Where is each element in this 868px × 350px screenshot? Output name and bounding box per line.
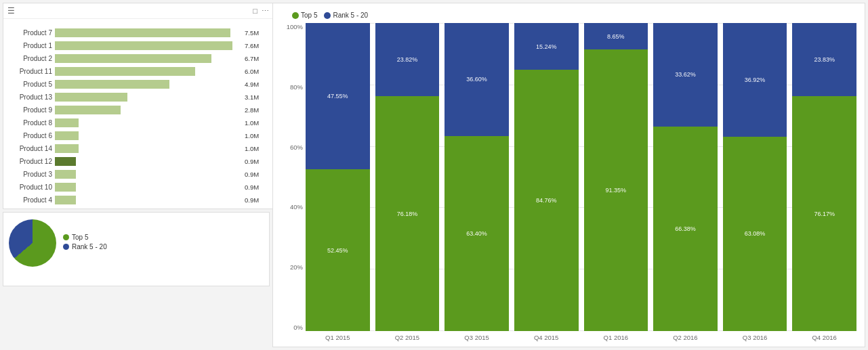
bar-group: 33.62% 66.38% (653, 23, 718, 331)
seg-blue: 36.60% (445, 23, 509, 136)
bar-track (55, 157, 242, 166)
bar-fill (55, 170, 76, 179)
seg-blue: 23.83% (792, 23, 856, 96)
drag-icon: ☰ (7, 6, 15, 16)
legend-dot (324, 12, 331, 19)
bar-track (55, 41, 242, 50)
bars-area: 47.55% 52.45% 23.82% 76.18% 36.60% 63.40… (306, 23, 856, 331)
seg-blue: 15.24% (514, 23, 579, 70)
y-axis-label: 20% (290, 263, 303, 271)
bar-fill (55, 157, 76, 166)
bar-row: Product 10 0.9M (9, 181, 268, 193)
bar-group: 8.65% 91.35% (584, 23, 648, 331)
bar-row: Product 9 2.8M (9, 104, 268, 116)
bar-label: Product 14 (9, 145, 55, 152)
bar-value: 0.9M (245, 196, 268, 204)
bar-group: 47.55% 52.45% (306, 23, 370, 331)
bar-track (55, 106, 242, 114)
x-label: Q4 2015 (514, 334, 579, 341)
bar-group: 36.92% 63.08% (723, 23, 787, 331)
pie-legend-label: Top 5 (72, 234, 88, 241)
bar-value: 3.1M (245, 93, 268, 101)
y-axis-label: 60% (290, 144, 303, 151)
stacked-bar: 8.65% 91.35% (584, 23, 648, 331)
seg-green: 63.08% (723, 137, 787, 331)
right-panel: Top 5Rank 5 - 20 100%80%60%40%20%0% 47.5… (272, 3, 865, 347)
bar-track (55, 144, 242, 153)
bar-fill (55, 41, 232, 50)
y-axis-label: 0% (293, 324, 303, 331)
x-label: Q1 2015 (306, 334, 370, 341)
pie-legend-item: Top 5 (63, 234, 107, 241)
bar-label: Product 2 (9, 55, 55, 62)
legend-dot (292, 12, 299, 19)
stacked-bar: 23.83% 76.17% (792, 23, 856, 331)
bar-value: 6.7M (245, 55, 268, 62)
bar-fill (55, 80, 169, 89)
bar-fill (55, 54, 211, 63)
bar-row: Product 14 1.0M (9, 143, 268, 154)
pie-legend-label: Rank 5 - 20 (72, 243, 107, 250)
x-label: Q3 2015 (445, 334, 509, 341)
bar-label: Product 7 (9, 29, 55, 37)
main-container: ☰ □ ⋯ Product 7 7.5M Product 1 7.6M Prod… (0, 0, 868, 350)
chart-area: 100%80%60%40%20%0% 47.55% 52.45% 23.82% … (281, 23, 856, 331)
seg-blue: 36.92% (723, 23, 787, 137)
bar-group: 36.60% 63.40% (445, 23, 509, 331)
pie-chart (9, 219, 56, 267)
bar-fill (55, 144, 79, 153)
legend-item: Top 5 (292, 12, 317, 19)
bar-value: 0.9M (245, 183, 268, 191)
bar-label: Product 11 (9, 68, 55, 75)
bar-row: Product 2 6.7M (9, 53, 268, 64)
bar-fill (55, 118, 79, 127)
x-label: Q3 2016 (723, 334, 787, 341)
bar-label: Product 6 (9, 132, 55, 139)
bar-fill (55, 93, 127, 102)
bar-value: 1.0M (245, 145, 268, 152)
seg-green: 63.40% (445, 136, 509, 331)
bar-fill (55, 28, 230, 37)
bar-track (55, 67, 242, 76)
bar-row: Product 12 0.9M (9, 156, 268, 167)
bar-label: Product 8 (9, 119, 55, 127)
y-axis: 100%80%60%40%20%0% (281, 23, 306, 331)
bar-fill (55, 196, 76, 204)
bar-row: Product 4 0.9M (9, 194, 268, 206)
bar-track (55, 80, 242, 89)
bar-label: Product 13 (9, 93, 55, 101)
bar-group: 15.24% 84.76% (514, 23, 579, 331)
x-label: Q1 2016 (584, 334, 648, 341)
bar-track (55, 131, 242, 140)
bar-value: 1.0M (245, 132, 268, 139)
stacked-bar: 36.60% 63.40% (445, 23, 509, 331)
bar-label: Product 4 (9, 196, 55, 204)
bar-label: Product 1 (9, 42, 55, 49)
more-icon[interactable]: ⋯ (262, 7, 269, 16)
y-axis-label: 100% (287, 23, 303, 30)
bar-label: Product 12 (9, 158, 55, 165)
legend: Top 5Rank 5 - 20 (281, 12, 856, 19)
bars-wrapper: 47.55% 52.45% 23.82% 76.18% 36.60% 63.40… (306, 23, 856, 331)
bar-row: Product 7 7.5M (9, 27, 268, 39)
pie-legend-item: Rank 5 - 20 (63, 243, 107, 250)
bar-track (55, 93, 242, 102)
focus-icon[interactable]: □ (253, 7, 257, 15)
panel-header-icons: □ ⋯ (253, 7, 269, 16)
seg-green: 76.18% (375, 96, 440, 331)
seg-green: 52.45% (306, 169, 370, 331)
x-label: Q4 2016 (792, 334, 856, 341)
legend-text: Rank 5 - 20 (333, 12, 368, 19)
bar-group: 23.83% 76.17% (792, 23, 856, 331)
bar-fill (55, 106, 121, 114)
seg-green: 84.76% (514, 70, 579, 331)
bar-rows: Product 7 7.5M Product 1 7.6M Product 2 … (9, 27, 268, 206)
bar-chart-content: Product 7 7.5M Product 1 7.6M Product 2 … (3, 19, 273, 209)
stacked-bar: 15.24% 84.76% (514, 23, 579, 331)
bar-track (55, 118, 242, 127)
bar-row: Product 13 3.1M (9, 91, 268, 103)
panel-header: ☰ □ ⋯ (3, 3, 273, 19)
bar-label: Product 3 (9, 171, 55, 178)
y-axis-label: 40% (290, 203, 303, 211)
stacked-bar: 47.55% 52.45% (306, 23, 370, 331)
